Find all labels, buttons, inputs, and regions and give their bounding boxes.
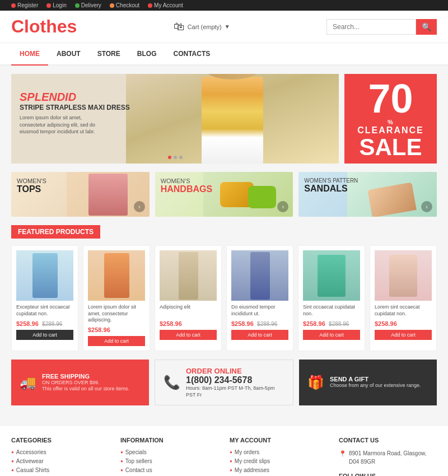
acc-link-1[interactable]: ●My orders (230, 449, 328, 455)
hero-desc: Lorem ipsum dolor sit amet, consectetur … (20, 114, 109, 136)
topbar-checkout[interactable]: Checkout (110, 2, 139, 8)
footer-info-list: ●Specials ●Top sellers ●Contact us ●Term… (120, 449, 218, 476)
logo-first-letter: C (11, 16, 24, 36)
product-desc-3: Adipiscing elit (160, 304, 217, 318)
footer-information: INFORMATION ●Specials ●Top sellers ●Cont… (120, 437, 218, 476)
nav-blog[interactable]: BLOG (129, 43, 165, 66)
hero-dot-2[interactable] (174, 156, 177, 159)
info-shipping: 🚚 FREE SHIPPING ON ORDERS OVER $99. This… (11, 360, 149, 405)
product-old-price-4: $288.96 (257, 321, 277, 327)
cat-link-2[interactable]: ●Activewear (11, 458, 109, 464)
list-item: ●Contact us (120, 467, 218, 473)
product-old-price-5: $288.96 (329, 321, 349, 327)
footer-account-list: ●My orders ●My credit slips ●My addresse… (230, 449, 328, 476)
acc-link-2[interactable]: ●My credit slips (230, 458, 328, 464)
footer-address: 📍 8901 Marmora Road, Glasgow, D04 89GR (339, 449, 437, 466)
gift-title: SEND A GIFT (330, 376, 421, 382)
acc-link-3[interactable]: ●My addresses (230, 467, 328, 473)
topbar-login[interactable]: Login (46, 2, 66, 8)
list-item: ●My orders (230, 449, 328, 455)
cat-bags-label: WOMEN'S HANDBAGS (161, 178, 212, 194)
cart-dropdown-icon[interactable]: ▼ (225, 24, 230, 30)
hero-text: SPLENDID STRIPE STRAPLESS MAXI DRESS Lor… (20, 91, 130, 136)
cat-banner-sandals[interactable]: WOMEN'S PATTERN SANDALS › (298, 172, 437, 217)
cart-label: Cart (empty) (188, 24, 222, 30)
dot-icon: ● (230, 450, 232, 455)
product-card-3: Adipiscing elit $258.96 Add to cart (155, 245, 222, 351)
product-price-4: $258.96 (231, 320, 254, 327)
hero-subtitle: STRIPE STRAPLESS MAXI DRESS (20, 104, 130, 111)
product-card-1: Excepteur sint occaecat cupidatat non. $… (11, 245, 78, 351)
cat-link-3[interactable]: ●Casual Shirts (11, 467, 109, 473)
add-to-cart-1[interactable]: Add to cart (16, 330, 73, 340)
product-price-2: $258.96 (88, 326, 110, 333)
hero-sale-banner: 70 % CLEARANCE SALE (344, 74, 437, 164)
nav-home[interactable]: HOME (11, 43, 48, 66)
add-to-cart-2[interactable]: Add to cart (88, 336, 145, 346)
add-to-cart-4[interactable]: Add to cart (231, 330, 288, 340)
site-logo[interactable]: Clothes (11, 16, 77, 37)
add-to-cart-5[interactable]: Add to cart (303, 330, 360, 340)
sale-percent: 70 (368, 78, 413, 119)
dot-icon: ● (120, 459, 123, 464)
list-item: ●Top sellers (120, 458, 218, 464)
header: Clothes 🛍 Cart (empty) ▼ 🔍 (0, 11, 448, 43)
product-image-3 (160, 250, 217, 301)
dot-icon: ● (120, 450, 123, 455)
product-card-6: Lorem sint occaecat cupidatat non. $258.… (370, 245, 437, 351)
search-input[interactable] (326, 19, 416, 35)
info-link-1[interactable]: ●Specials (120, 449, 218, 455)
footer-my-account: MY ACCOUNT ●My orders ●My credit slips ●… (230, 437, 328, 476)
product-card-4: Do eiusmod tempor incididunt ut. $258.96… (226, 245, 293, 351)
cat-tops-arrow[interactable]: › (134, 201, 145, 212)
search-area: 🔍 (326, 19, 437, 35)
product-image-4 (231, 250, 288, 301)
product-pricing-4: $258.96 $288.96 (231, 320, 288, 328)
featured-section: FEATURED PRODUCTS Excepteur sint occaeca… (11, 225, 437, 351)
cat-banner-bags[interactable]: WOMEN'S HANDBAGS › (155, 172, 293, 217)
topbar-register[interactable]: Register (11, 2, 38, 8)
product-card-2: Lorem ipsum dolor sit amet, consectetur … (83, 245, 150, 351)
top-bar: Register Login Delivery Checkout My Acco… (0, 0, 448, 11)
hero-dot-3[interactable] (179, 156, 183, 159)
shipping-desc: This offer is valid on all our store ite… (42, 386, 129, 393)
topbar-myaccount[interactable]: My Account (148, 2, 183, 8)
dot-icon: ● (230, 459, 232, 464)
dot-icon: ● (120, 468, 123, 473)
topbar-delivery[interactable]: Delivery (75, 2, 101, 8)
nav-store[interactable]: STORE (89, 43, 129, 66)
info-link-3[interactable]: ●Contact us (120, 467, 218, 473)
product-desc-4: Do eiusmod tempor incididunt ut. (231, 304, 288, 318)
footer-follow-title: FOLLOW US (339, 473, 437, 476)
product-old-price-1: $288.96 (42, 321, 62, 327)
dot-icon: ● (11, 459, 14, 464)
cat-sandals-arrow[interactable]: › (421, 201, 432, 212)
main-nav: HOME ABOUT STORE BLOG CONTACTS (0, 43, 448, 66)
cart-area[interactable]: 🛍 Cart (empty) ▼ (174, 20, 230, 33)
hero-banner: SPLENDID STRIPE STRAPLESS MAXI DRESS Lor… (11, 74, 339, 164)
list-item: ●Activewear (11, 458, 109, 464)
nav-about[interactable]: ABOUT (48, 43, 89, 66)
product-image-1 (16, 250, 73, 301)
add-to-cart-6[interactable]: Add to cart (375, 330, 432, 340)
dot-icon: ● (11, 468, 14, 473)
nav-contacts[interactable]: CONTACTS (165, 43, 218, 66)
hero-dot-1[interactable] (168, 156, 171, 159)
footer-columns: CATEGORIES ●Accessories ●Activewear ●Cas… (11, 437, 437, 476)
cat-banner-tops[interactable]: WOMEN'S TOPS › (11, 172, 150, 217)
add-to-cart-3[interactable]: Add to cart (160, 330, 217, 340)
product-price-5: $258.96 (303, 320, 325, 327)
product-pricing-1: $258.96 $288.96 (16, 320, 73, 328)
info-link-2[interactable]: ●Top sellers (120, 458, 218, 464)
product-pricing-6: $258.96 (375, 320, 432, 328)
cart-icon: 🛍 (174, 20, 185, 33)
search-button[interactable]: 🔍 (416, 19, 437, 35)
gift-content: SEND A GIFT Choose from any of our exten… (330, 376, 421, 389)
list-item: ●My addresses (230, 467, 328, 473)
list-item: ●Specials (120, 449, 218, 455)
product-image-5 (303, 250, 360, 301)
cat-link-1[interactable]: ●Accessories (11, 449, 109, 455)
list-item: ●Accessories (11, 449, 109, 455)
phone-icon: 📞 (164, 375, 180, 390)
info-order: 📞 ORDER ONLINE 1(800) 234-5678 Hours: 8a… (155, 360, 293, 405)
